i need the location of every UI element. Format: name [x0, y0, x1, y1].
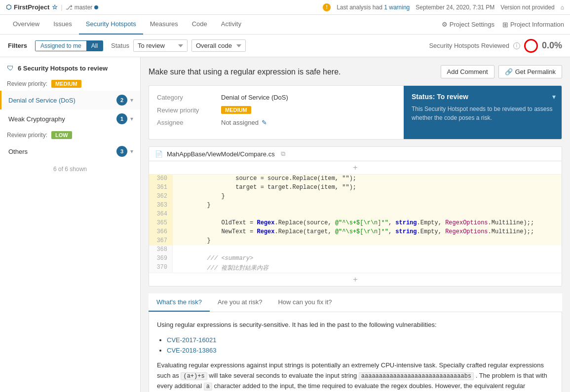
- others-chevron: ▾: [130, 148, 133, 155]
- code-line-365: 365 OldText = Regex.Replace(source, @"^\…: [149, 219, 562, 228]
- info-circle-icon: i: [513, 42, 520, 49]
- action-buttons: Add Comment 🔗 Get Permalink: [441, 65, 562, 78]
- assignment-filter: Assigned to me All: [35, 40, 103, 51]
- nav-activity[interactable]: Activity: [214, 15, 248, 35]
- sidebar: 🛡 6 Security Hotspots to review Review p…: [0, 57, 141, 392]
- status-chevron[interactable]: ▾: [552, 93, 556, 101]
- project-settings-button[interactable]: ⚙ Project Settings: [442, 21, 494, 28]
- code-line-361: 361 target = target.Replace(item, "");: [149, 183, 562, 192]
- tab-whats-risk[interactable]: What's the risk?: [149, 293, 210, 312]
- status-filter-label: Status: [111, 42, 129, 49]
- code-line-370: 370 /// 複製比對結果內容: [149, 263, 562, 273]
- shield-icon: 🛡: [7, 64, 14, 72]
- medium-priority-row: Review priority: MEDIUM: [0, 77, 140, 91]
- nav-code[interactable]: Code: [185, 15, 214, 35]
- dos-chevron: ▾: [130, 97, 133, 104]
- priority-label: Review priority: [157, 107, 221, 114]
- code-line-369: 369 /// <summary>: [149, 254, 562, 263]
- analysis-date: September 24, 2020, 7:31 PM: [416, 4, 494, 11]
- risk-links: CVE-2017-16021 CVE-2018-13863: [167, 335, 554, 356]
- nav-bar: Overview Issues Security Hotspots Measur…: [0, 15, 570, 35]
- warning-link[interactable]: 1 warning: [384, 4, 410, 11]
- category-others[interactable]: Others 3 ▾: [0, 142, 140, 161]
- project-name[interactable]: FirstProject: [14, 3, 49, 11]
- others-category-name: Others: [8, 148, 116, 155]
- low-priority-row: Review priority: LOW: [0, 128, 140, 142]
- tab-are-you-at-risk[interactable]: Are you at risk?: [210, 293, 270, 312]
- expand-top-button[interactable]: +: [149, 161, 562, 175]
- topbar-right: ! Last analysis had 1 warning September …: [323, 3, 564, 11]
- tab-how-to-fix[interactable]: How can you fix it?: [270, 293, 340, 312]
- category-label: Category: [157, 94, 221, 101]
- reviewed-indicator: Security Hotspots Reviewed i 0.0%: [429, 39, 562, 53]
- code-block: + 360 source = source.Replace(item, "");…: [149, 161, 562, 286]
- risk-code-2: aaaaaaaaaaaaaaaaaaaaaaaaaaaaabs: [359, 372, 474, 380]
- assignee-label: Assignee: [157, 119, 221, 126]
- content-header: Make sure that using a regular expressio…: [149, 65, 562, 78]
- copy-icon[interactable]: ⧉: [281, 150, 285, 158]
- medium-badge: MEDIUM: [51, 80, 81, 88]
- reviewed-percentage: 0.0%: [542, 40, 562, 51]
- tabs-bar: What's the risk? Are you at risk? How ca…: [149, 293, 562, 312]
- file-icon: 📄: [155, 150, 163, 158]
- grid-icon: ⊞: [502, 21, 508, 29]
- edit-assignee-icon[interactable]: ✎: [262, 119, 267, 126]
- assignee-value: Not assigned ✎: [221, 119, 267, 126]
- branch-badge: [94, 5, 98, 9]
- code-scope-select[interactable]: Overall code New code: [191, 39, 246, 52]
- risk-code-3: a: [204, 383, 212, 391]
- category-dos[interactable]: Denial of Service (DoS) 2 ▾: [0, 91, 140, 109]
- risk-explanation: Evaluating regular expressions against i…: [157, 360, 554, 392]
- add-comment-button[interactable]: Add Comment: [441, 65, 494, 78]
- project-logo[interactable]: ⬡ FirstProject ☆: [6, 3, 58, 11]
- content-title: Make sure that using a regular expressio…: [149, 68, 341, 76]
- version-text: Version not provided: [500, 4, 554, 11]
- nav-items: Overview Issues Security Hotspots Measur…: [6, 15, 248, 35]
- branch-icon: ⎇: [66, 4, 73, 11]
- get-permalink-button[interactable]: 🔗 Get Permalink: [498, 65, 562, 78]
- code-line-360: 360 source = source.Replace(item, "");: [149, 175, 562, 183]
- code-line-366: 366 NewText = Regex.Replace(target, @"^\…: [149, 228, 562, 237]
- category-weak-crypto[interactable]: Weak Cryptography 1 ▾: [0, 109, 140, 128]
- filters-label: Filters: [8, 42, 27, 49]
- status-select[interactable]: To review Reviewed Safe: [133, 39, 188, 52]
- code-lines: 360 source = source.Replace(item, ""); 3…: [149, 175, 562, 273]
- project-info-button[interactable]: ⊞ Project Information: [502, 21, 564, 29]
- code-line-363: 363 }: [149, 201, 562, 210]
- cve-link-1[interactable]: CVE-2017-16021: [167, 336, 216, 344]
- cve-link-2[interactable]: CVE-2018-13863: [167, 347, 216, 354]
- code-line-362: 362 }: [149, 192, 562, 201]
- status-title: Status: To review: [412, 93, 554, 101]
- category-value: Denial of Service (DoS): [221, 94, 288, 101]
- all-button[interactable]: All: [86, 41, 103, 51]
- status-panel: Status: To review This Security Hotspot …: [404, 86, 562, 139]
- file-header: 📄 MahAppBase/ViewModel/Compare.cs ⧉: [149, 146, 562, 161]
- info-left: Category Denial of Service (DoS) Review …: [149, 86, 404, 139]
- dos-count: 2: [116, 95, 127, 106]
- home-icon[interactable]: ⌂: [561, 4, 564, 11]
- topbar: ⬡ FirstProject ☆ | ⎇ master ! Last analy…: [0, 0, 570, 15]
- nav-issues[interactable]: Issues: [46, 15, 79, 35]
- assignee-info-row: Assignee Not assigned ✎: [157, 119, 396, 126]
- sidebar-header: 🛡 6 Security Hotspots to review: [0, 57, 140, 77]
- nav-security-hotspots[interactable]: Security Hotspots: [79, 15, 143, 35]
- others-count: 3: [116, 146, 127, 157]
- nav-overview[interactable]: Overview: [6, 15, 46, 35]
- tab-content-risk: Using regular expressions is security-se…: [149, 312, 562, 392]
- sidebar-footer: 6 of 6 shown: [0, 161, 140, 178]
- nav-measures[interactable]: Measures: [143, 15, 185, 35]
- project-settings-label: Project Settings: [450, 21, 494, 28]
- filters-bar: Filters Assigned to me All Status To rev…: [0, 35, 570, 57]
- separator: |: [61, 3, 62, 11]
- assigned-to-me-button[interactable]: Assigned to me: [36, 41, 86, 51]
- info-panel: Category Denial of Service (DoS) Review …: [149, 85, 562, 140]
- project-info-label: Project Information: [510, 21, 564, 28]
- expand-bottom-button[interactable]: +: [149, 273, 562, 286]
- star-icon[interactable]: ☆: [52, 3, 58, 11]
- settings-icon: ⚙: [442, 21, 448, 28]
- review-priority-label-2: Review priority:: [7, 132, 47, 139]
- code-line-364: 364: [149, 210, 562, 219]
- status-desc: This Security Hotspot needs to be review…: [412, 105, 554, 122]
- category-info-row: Category Denial of Service (DoS): [157, 94, 396, 101]
- file-path: MahAppBase/ViewModel/Compare.cs: [167, 150, 275, 158]
